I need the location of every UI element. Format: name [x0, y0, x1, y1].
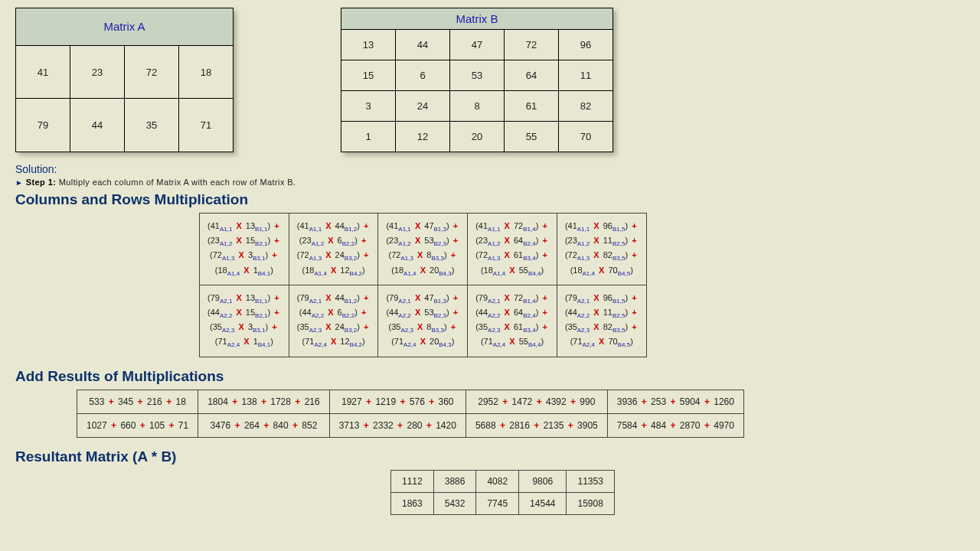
matrix-cell: 79	[16, 99, 70, 152]
matrix-cell: 61	[505, 91, 559, 122]
matrix-cell: 15	[341, 60, 396, 91]
matrix-cell: 96	[559, 30, 613, 60]
result-cell: 1863	[391, 492, 434, 514]
heading-result: Resultant Matrix (A * B)	[15, 448, 965, 465]
sum-cell: 3476 + 264 + 840 + 852	[198, 413, 330, 437]
result-cell: 3886	[433, 470, 476, 492]
matrix-cell: 13	[341, 30, 396, 60]
matrix-a-title: Matrix A	[16, 8, 234, 46]
sum-cell: 7584 + 484 + 2870 + 4970	[607, 413, 743, 437]
matrix-b-title: Matrix B	[341, 8, 613, 30]
matrix-cell: 8	[450, 91, 505, 122]
sum-cell: 3713 + 2332 + 280 + 1420	[329, 413, 466, 437]
result-cell: 5432	[433, 492, 476, 514]
sums-table: 533 + 345 + 216 + 181804 + 138 + 1728 + …	[77, 390, 744, 438]
mult-cell: (79A2,1 X 47B1,3) +(44A2,2 X 53B2,3) +(3…	[378, 285, 468, 357]
matrix-cell: 11	[559, 60, 613, 91]
sum-cell: 5688 + 2816 + 2135 + 3905	[466, 413, 607, 437]
matrix-cell: 44	[70, 99, 125, 152]
result-cell: 9806	[519, 470, 567, 492]
solution-label: Solution:	[15, 163, 965, 175]
sum-cell: 533 + 345 + 216 + 18	[77, 390, 198, 413]
matrix-cell: 72	[505, 30, 559, 60]
heading-mult: Columns and Rows Multiplication	[15, 191, 965, 208]
mult-cell: (41A1,1 X 13B1,1) +(23A1,2 X 15B2,1) +(7…	[200, 214, 289, 285]
heading-add: Add Results of Multiplications	[15, 368, 965, 385]
matrix-cell: 24	[396, 91, 450, 122]
result-cell: 1112	[391, 470, 434, 492]
sum-cell: 3936 + 253 + 5904 + 1260	[607, 390, 743, 413]
sum-cell: 1927 + 1219 + 576 + 360	[329, 390, 466, 413]
mult-cell: (41A1,1 X 96B1,5) +(23A1,2 X 11B2,5) +(7…	[557, 214, 646, 285]
result-cell: 14544	[519, 492, 567, 514]
matrix-cell: 23	[70, 45, 125, 99]
matrix-cell: 44	[396, 30, 450, 60]
result-cell: 7745	[476, 492, 519, 514]
matrix-cell: 18	[179, 45, 234, 99]
result-cell: 4082	[476, 470, 519, 492]
matrix-cell: 41	[16, 45, 70, 99]
mult-cell: (79A2,1 X 13B1,1) +(44A2,2 X 15B2,1) +(3…	[200, 285, 289, 357]
mult-cell: (41A1,1 X 72B1,4) +(23A1,2 X 64B2,4) +(7…	[468, 214, 557, 285]
step1-text: Multiply each column of Matrix A with ea…	[56, 178, 296, 187]
matrix-cell: 70	[559, 122, 613, 152]
matrix-cell: 12	[396, 122, 450, 152]
mult-cell: (79A2,1 X 96B1,5) +(44A2,2 X 11B2,5) +(3…	[557, 285, 646, 357]
result-cell: 15908	[567, 492, 614, 514]
matrix-cell: 47	[450, 30, 505, 60]
mult-cell: (79A2,1 X 72B1,4) +(44A2,2 X 64B2,4) +(3…	[468, 285, 557, 357]
matrix-b: Matrix B 1344477296156536411324861821122…	[341, 8, 613, 152]
matrix-a: Matrix A 4123721879443571	[15, 8, 234, 152]
matrix-cell: 72	[125, 45, 179, 99]
matrix-cell: 20	[450, 122, 505, 152]
step1-line: ► Step 1: Multiply each column of Matrix…	[15, 178, 965, 187]
matrix-cell: 3	[341, 91, 396, 122]
result-cell: 11353	[567, 470, 614, 492]
mult-cell: (41A1,1 X 44B1,2) +(23A1,2 X 6B2,2) +(72…	[289, 214, 378, 285]
matrix-cell: 1	[341, 122, 396, 152]
mult-cell: (41A1,1 X 47B1,3) +(23A1,2 X 53B2,3) +(7…	[378, 214, 468, 285]
multiplication-table: (41A1,1 X 13B1,1) +(23A1,2 X 15B2,1) +(7…	[199, 213, 647, 357]
matrix-cell: 6	[396, 60, 450, 91]
result-matrix: 1112388640829806113531863543277451454415…	[390, 470, 615, 515]
matrix-cell: 55	[505, 122, 559, 152]
matrices-row: Matrix A 4123721879443571 Matrix B 13444…	[15, 8, 965, 152]
matrix-cell: 64	[505, 60, 559, 91]
matrix-cell: 35	[125, 99, 179, 152]
bullet-icon: ►	[15, 178, 23, 187]
sum-cell: 1027 + 660 + 105 + 71	[77, 413, 198, 437]
matrix-cell: 71	[179, 99, 234, 152]
step1-label: Step 1:	[26, 178, 56, 187]
sum-cell: 1804 + 138 + 1728 + 216	[198, 390, 330, 413]
sum-cell: 2952 + 1472 + 4392 + 990	[466, 390, 607, 413]
mult-cell: (79A2,1 X 44B1,2) +(44A2,2 X 6B2,2) +(35…	[289, 285, 378, 357]
matrix-cell: 82	[559, 91, 613, 122]
matrix-cell: 53	[450, 60, 505, 91]
